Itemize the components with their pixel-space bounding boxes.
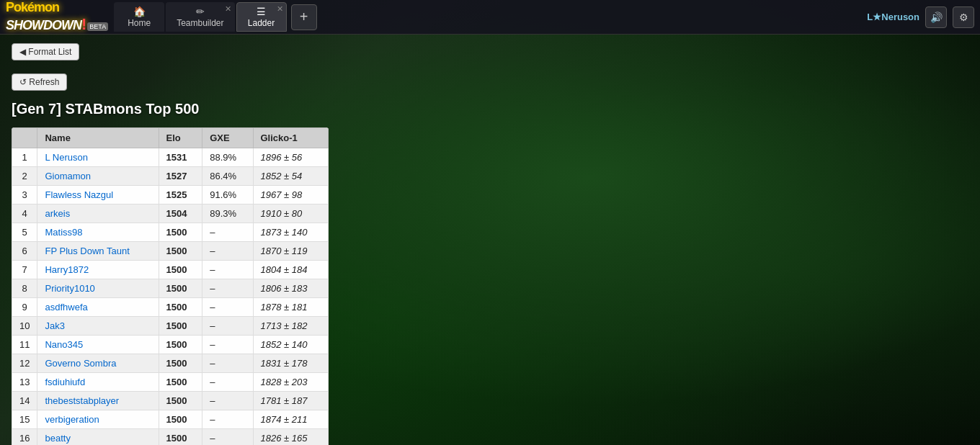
- user-link[interactable]: L★Neruson: [867, 12, 919, 22]
- rank-cell: 4: [12, 204, 37, 223]
- gxe-cell: –: [202, 223, 253, 242]
- tab-home[interactable]: 🏠 Home: [114, 2, 164, 32]
- table-row: 5Matiss981500–1873 ± 140: [12, 223, 329, 242]
- refresh-button[interactable]: ↺ Refresh: [12, 73, 67, 91]
- rank-cell: 12: [12, 354, 37, 373]
- player-name-link[interactable]: asdfhwefa: [45, 302, 87, 313]
- player-name-link[interactable]: Priority1010: [45, 283, 94, 294]
- name-cell[interactable]: asdfhwefa: [37, 298, 159, 317]
- tab-teambuilder-label: Teambuilder: [177, 18, 223, 28]
- name-cell[interactable]: fsdiuhiufd: [37, 373, 159, 392]
- table-row: 8Priority10101500–1806 ± 183: [12, 279, 329, 298]
- logo-beta: BETA: [87, 22, 108, 31]
- elo-cell: 1500: [159, 354, 202, 373]
- player-name-link[interactable]: Giomamon: [45, 171, 91, 181]
- rank-cell: 5: [12, 223, 37, 242]
- teambuilder-icon: ✏: [196, 6, 205, 17]
- name-cell[interactable]: Priority1010: [37, 279, 159, 298]
- table-row: 16beatty1500–1826 ± 165: [12, 429, 329, 446]
- add-tab-button[interactable]: +: [291, 4, 317, 30]
- name-cell[interactable]: Jak3: [37, 317, 159, 336]
- table-row: 13fsdiuhiufd1500–1828 ± 203: [12, 373, 329, 392]
- name-cell[interactable]: beatty: [37, 429, 159, 446]
- col-elo: Elo: [159, 128, 202, 148]
- navbar: Pokémon SHOWDOWN! BETA 🏠 Home ✏ Teambuil…: [0, 0, 980, 35]
- name-cell[interactable]: FP Plus Down Taunt: [37, 242, 159, 261]
- player-name-link[interactable]: Jak3: [45, 320, 64, 331]
- elo-cell: 1500: [159, 261, 202, 279]
- player-name-link[interactable]: arkeis: [45, 208, 70, 219]
- name-cell[interactable]: thebeststabplayer: [37, 392, 159, 410]
- gxe-cell: 89.3%: [202, 204, 253, 223]
- gxe-cell: –: [202, 298, 253, 317]
- gxe-cell: 88.9%: [202, 148, 253, 167]
- ladder-close-icon[interactable]: ✕: [277, 4, 283, 14]
- table-row: 10Jak31500–1713 ± 182: [12, 317, 329, 336]
- tab-ladder[interactable]: ☰ Ladder ✕: [236, 2, 287, 32]
- col-rank: [12, 128, 37, 148]
- table-row: 2Giomamon152786.4%1852 ± 54: [12, 167, 329, 186]
- elo-cell: 1531: [159, 148, 202, 167]
- table-row: 1L Neruson153188.9%1896 ± 56: [12, 148, 329, 167]
- elo-cell: 1500: [159, 223, 202, 242]
- player-name-link[interactable]: Governo Sombra: [45, 358, 116, 369]
- name-cell[interactable]: verbigeration: [37, 410, 159, 429]
- table-row: 9asdfhwefa1500–1878 ± 181: [12, 298, 329, 317]
- gxe-cell: –: [202, 373, 253, 392]
- gxe-cell: –: [202, 279, 253, 298]
- player-name-link[interactable]: L Neruson: [45, 152, 88, 163]
- name-cell[interactable]: Matiss98: [37, 223, 159, 242]
- teambuilder-close-icon[interactable]: ✕: [225, 4, 231, 14]
- gxe-cell: –: [202, 242, 253, 261]
- player-name-link[interactable]: FP Plus Down Taunt: [45, 246, 129, 256]
- name-cell[interactable]: Nano345: [37, 336, 159, 354]
- name-cell[interactable]: L Neruson: [37, 148, 159, 167]
- tab-teambuilder[interactable]: ✏ Teambuilder ✕: [166, 2, 234, 32]
- audio-button[interactable]: 🔊: [925, 6, 947, 28]
- gxe-cell: –: [202, 354, 253, 373]
- name-cell[interactable]: Harry1872: [37, 261, 159, 279]
- elo-cell: 1500: [159, 298, 202, 317]
- table-row: 4arkeis150489.3%1910 ± 80: [12, 204, 329, 223]
- player-name-link[interactable]: fsdiuhiufd: [45, 377, 85, 387]
- glicko-cell: 1870 ± 119: [253, 242, 329, 261]
- navbar-right: L★Neruson 🔊 ⚙: [867, 6, 974, 28]
- player-name-link[interactable]: thebeststabplayer: [45, 395, 119, 406]
- player-name-link[interactable]: Harry1872: [45, 264, 89, 275]
- glicko-cell: 1826 ± 165: [253, 429, 329, 446]
- rank-cell: 8: [12, 279, 37, 298]
- name-cell[interactable]: arkeis: [37, 204, 159, 223]
- tab-home-label: Home: [128, 18, 151, 28]
- glicko-cell: 1873 ± 140: [253, 223, 329, 242]
- elo-cell: 1525: [159, 186, 202, 204]
- player-name-link[interactable]: beatty: [45, 433, 70, 444]
- name-cell[interactable]: Governo Sombra: [37, 354, 159, 373]
- elo-cell: 1500: [159, 317, 202, 336]
- glicko-cell: 1878 ± 181: [253, 298, 329, 317]
- glicko-cell: 1874 ± 211: [253, 410, 329, 429]
- gxe-cell: 86.4%: [202, 167, 253, 186]
- player-name-link[interactable]: Flawless Nazgul: [45, 189, 113, 200]
- format-list-button[interactable]: ◀ Format List: [12, 43, 79, 60]
- rank-cell: 10: [12, 317, 37, 336]
- name-cell[interactable]: Flawless Nazgul: [37, 186, 159, 204]
- glicko-cell: 1831 ± 178: [253, 354, 329, 373]
- col-glicko: Glicko-1: [253, 128, 329, 148]
- page-title: [Gen 7] STABmons Top 500: [12, 101, 968, 117]
- player-name-link[interactable]: verbigeration: [45, 414, 99, 425]
- rank-cell: 1: [12, 148, 37, 167]
- player-name-link[interactable]: Nano345: [45, 339, 83, 350]
- elo-cell: 1500: [159, 392, 202, 410]
- elo-cell: 1500: [159, 242, 202, 261]
- elo-cell: 1527: [159, 167, 202, 186]
- name-cell[interactable]: Giomamon: [37, 167, 159, 186]
- player-name-link[interactable]: Matiss98: [45, 227, 82, 238]
- glicko-cell: 1852 ± 54: [253, 167, 329, 186]
- rank-cell: 2: [12, 167, 37, 186]
- rank-cell: 3: [12, 186, 37, 204]
- glicko-cell: 1804 ± 184: [253, 261, 329, 279]
- rank-cell: 16: [12, 429, 37, 446]
- table-row: 11Nano3451500–1852 ± 140: [12, 336, 329, 354]
- home-icon: 🏠: [133, 6, 146, 17]
- settings-button[interactable]: ⚙: [953, 6, 974, 28]
